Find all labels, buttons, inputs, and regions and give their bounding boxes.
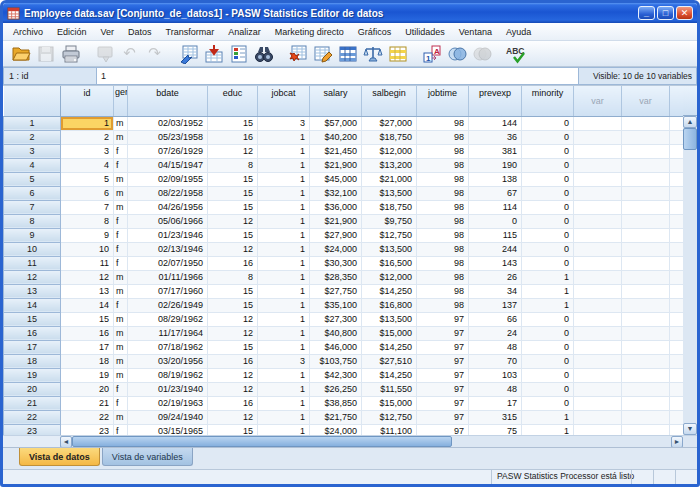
cell-var[interactable] bbox=[574, 186, 622, 200]
cell-gender[interactable]: m bbox=[114, 116, 128, 130]
cell-gender[interactable]: m bbox=[114, 200, 128, 214]
cell-id[interactable]: 13 bbox=[61, 284, 114, 298]
row-header[interactable]: 7 bbox=[4, 200, 61, 214]
col-header-educ[interactable]: educ bbox=[208, 86, 258, 116]
cell-jobcat[interactable]: 1 bbox=[258, 368, 310, 382]
cell-jobcat[interactable]: 1 bbox=[258, 130, 310, 144]
cell-jobtime[interactable]: 98 bbox=[417, 214, 469, 228]
cell-var[interactable] bbox=[574, 256, 622, 270]
cell-var[interactable] bbox=[574, 242, 622, 256]
cell-bdate[interactable]: 05/23/1958 bbox=[128, 130, 208, 144]
cell-jobtime[interactable]: 97 bbox=[417, 326, 469, 340]
cell-jobtime[interactable]: 98 bbox=[417, 298, 469, 312]
cell-bdate[interactable]: 09/24/1940 bbox=[128, 410, 208, 424]
redo-icon[interactable]: ↷ bbox=[142, 42, 167, 65]
insert-variable-icon[interactable] bbox=[310, 42, 335, 65]
cell-var[interactable] bbox=[622, 214, 670, 228]
cell-var[interactable] bbox=[574, 172, 622, 186]
cell-salbegin[interactable]: $27,000 bbox=[362, 116, 417, 130]
cell-minority[interactable]: 1 bbox=[522, 284, 574, 298]
cell-jobtime[interactable]: 97 bbox=[417, 382, 469, 396]
cell-bdate[interactable]: 03/20/1956 bbox=[128, 354, 208, 368]
cell-var[interactable] bbox=[622, 158, 670, 172]
cell-jobtime[interactable]: 97 bbox=[417, 312, 469, 326]
variables-icon[interactable] bbox=[226, 42, 251, 65]
cell-jobcat[interactable]: 1 bbox=[258, 298, 310, 312]
cell-prevexp[interactable]: 115 bbox=[469, 228, 522, 242]
recall-dialogs-icon[interactable] bbox=[92, 42, 117, 65]
row-header[interactable]: 15 bbox=[4, 312, 61, 326]
menu-transformar[interactable]: Transformar bbox=[159, 25, 222, 39]
cell-var[interactable] bbox=[622, 312, 670, 326]
cell-id[interactable]: 9 bbox=[61, 228, 114, 242]
cell-bdate[interactable]: 01/23/1946 bbox=[128, 228, 208, 242]
cell-id[interactable]: 1 bbox=[61, 116, 114, 130]
menu-ayuda[interactable]: Ayuda bbox=[499, 25, 538, 39]
cell-var[interactable] bbox=[622, 354, 670, 368]
menu-ver[interactable]: Ver bbox=[94, 25, 122, 39]
cell-bdate[interactable]: 05/06/1966 bbox=[128, 214, 208, 228]
cell-jobtime[interactable]: 98 bbox=[417, 200, 469, 214]
cell-var[interactable] bbox=[622, 410, 670, 424]
cell-minority[interactable]: 0 bbox=[522, 354, 574, 368]
cell-prevexp[interactable]: 75 bbox=[469, 424, 522, 435]
cell-var[interactable] bbox=[574, 298, 622, 312]
undo-icon[interactable]: ↶ bbox=[117, 42, 142, 65]
cell-salbegin[interactable]: $18,750 bbox=[362, 130, 417, 144]
cell-salbegin[interactable]: $12,000 bbox=[362, 144, 417, 158]
horizontal-scroll-thumb[interactable] bbox=[72, 436, 452, 447]
menu-graficos[interactable]: Gráficos bbox=[351, 25, 399, 39]
cell-salary[interactable]: $21,750 bbox=[310, 410, 362, 424]
cell-salbegin[interactable]: $15,000 bbox=[362, 326, 417, 340]
cell-jobtime[interactable]: 97 bbox=[417, 424, 469, 435]
cell-salary[interactable]: $35,100 bbox=[310, 298, 362, 312]
cell-var[interactable] bbox=[574, 228, 622, 242]
cell-educ[interactable]: 12 bbox=[208, 368, 258, 382]
cell-jobcat[interactable]: 3 bbox=[258, 354, 310, 368]
cell-educ[interactable]: 15 bbox=[208, 298, 258, 312]
cell-var[interactable] bbox=[622, 382, 670, 396]
cell-bdate[interactable]: 02/07/1950 bbox=[128, 256, 208, 270]
cell-jobcat[interactable]: 1 bbox=[258, 158, 310, 172]
menu-datos[interactable]: Datos bbox=[121, 25, 159, 39]
cell-jobtime[interactable]: 98 bbox=[417, 158, 469, 172]
cell-id[interactable]: 12 bbox=[61, 270, 114, 284]
cell-id[interactable]: 15 bbox=[61, 312, 114, 326]
row-header[interactable]: 6 bbox=[4, 186, 61, 200]
cell-id[interactable]: 21 bbox=[61, 396, 114, 410]
cell-id[interactable]: 11 bbox=[61, 256, 114, 270]
cell-jobtime[interactable]: 97 bbox=[417, 410, 469, 424]
horizontal-scroll-track[interactable] bbox=[452, 436, 671, 447]
col-header-var-2[interactable]: var bbox=[622, 86, 670, 116]
cell-jobcat[interactable]: 1 bbox=[258, 214, 310, 228]
cell-educ[interactable]: 15 bbox=[208, 424, 258, 435]
cell-jobcat[interactable]: 1 bbox=[258, 340, 310, 354]
close-button[interactable]: ✕ bbox=[676, 6, 693, 20]
cell-minority[interactable]: 0 bbox=[522, 340, 574, 354]
cell-salbegin[interactable]: $16,500 bbox=[362, 256, 417, 270]
row-header[interactable]: 13 bbox=[4, 284, 61, 298]
minimize-button[interactable]: _ bbox=[638, 6, 655, 20]
menu-analizar[interactable]: Analizar bbox=[221, 25, 268, 39]
row-header[interactable]: 9 bbox=[4, 228, 61, 242]
cell-bdate[interactable]: 07/18/1962 bbox=[128, 340, 208, 354]
cell-salbegin[interactable]: $11,100 bbox=[362, 424, 417, 435]
cell-prevexp[interactable]: 114 bbox=[469, 200, 522, 214]
cell-salary[interactable]: $27,300 bbox=[310, 312, 362, 326]
row-header[interactable]: 8 bbox=[4, 214, 61, 228]
cell-gender[interactable]: m bbox=[114, 130, 128, 144]
cell-prevexp[interactable]: 315 bbox=[469, 410, 522, 424]
cell-var[interactable] bbox=[622, 186, 670, 200]
cell-educ[interactable]: 16 bbox=[208, 256, 258, 270]
cell-minority[interactable]: 0 bbox=[522, 172, 574, 186]
cell-bdate[interactable]: 02/13/1946 bbox=[128, 242, 208, 256]
cell-bdate[interactable]: 02/03/1952 bbox=[128, 116, 208, 130]
cell-salbegin[interactable]: $13,200 bbox=[362, 158, 417, 172]
col-header-prevexp[interactable]: prevexp bbox=[469, 86, 522, 116]
cell-salary[interactable]: $26,250 bbox=[310, 382, 362, 396]
cell-var[interactable] bbox=[574, 368, 622, 382]
cell-jobcat[interactable]: 1 bbox=[258, 172, 310, 186]
cell-prevexp[interactable]: 144 bbox=[469, 116, 522, 130]
row-header[interactable]: 12 bbox=[4, 270, 61, 284]
cell-prevexp[interactable]: 190 bbox=[469, 158, 522, 172]
